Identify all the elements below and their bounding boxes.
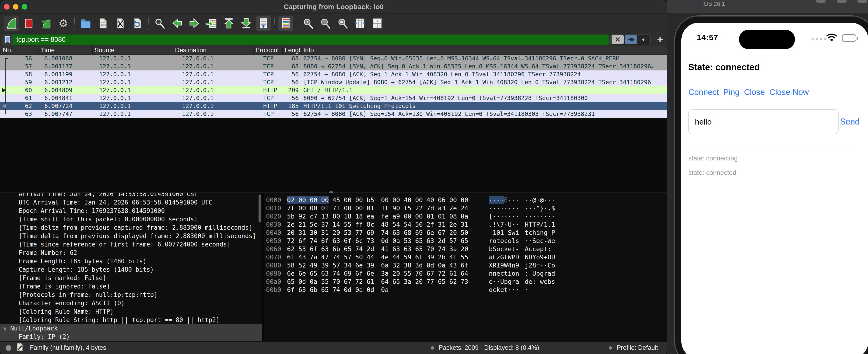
filter-bookmark-icon[interactable] <box>2 34 13 45</box>
simulator-toolbar-button[interactable] <box>837 0 846 3</box>
detail-line[interactable]: Arrival Time: Jan 24, 2026 14:53:58.0145… <box>0 193 262 198</box>
packet-row[interactable]: 586.001199127.0.0.1127.0.0.1TCP5662754 →… <box>0 70 667 78</box>
save-file-button[interactable]: 01011101 <box>95 16 111 31</box>
filter-add-button[interactable]: + <box>657 34 663 45</box>
column-header-protocol[interactable]: Protocol <box>253 46 282 54</box>
hex-row[interactable]: 00302e 21 5c 37 14 55 ff 8c48 54 54 50 2… <box>264 220 667 229</box>
display-filter-input[interactable]: tcp.port == 8080 <box>2 34 609 45</box>
layout-icon: 123 <box>371 17 383 30</box>
column-header-no[interactable]: No. <box>0 46 38 54</box>
reload-file-button[interactable] <box>130 16 145 31</box>
details-scrollbar[interactable] <box>258 194 261 223</box>
send-button[interactable]: Send <box>840 117 860 127</box>
packet-row[interactable]: 636.007747127.0.0.1127.0.0.1TCP5662754 →… <box>0 110 667 118</box>
restart-capture-button[interactable] <box>38 16 54 31</box>
previous-packet-button[interactable] <box>169 16 185 31</box>
detail-line[interactable]: [Coloring Rule String: http || tcp.port … <box>0 316 262 324</box>
zoom-out-button[interactable] <box>318 16 333 31</box>
packet-list-header[interactable]: No.TimeSourceDestinationProtocolLengthIn… <box>0 46 667 55</box>
connect-button[interactable]: Connect <box>688 88 719 97</box>
detail-text: [Frame is ignored: False] <box>0 283 110 290</box>
colorize-button[interactable] <box>278 16 293 31</box>
resize-columns-button[interactable] <box>352 16 368 31</box>
hex-row[interactable]: 00906e 6e 65 63 74 69 6f 6e3a 20 55 70 6… <box>264 269 667 278</box>
detail-line[interactable]: Frame Number: 62 <box>0 249 262 257</box>
zoom-original-button[interactable] <box>335 16 350 31</box>
packet-details-pane[interactable]: Arrival Time: Jan 24, 2026 14:53:58.0145… <box>0 193 264 342</box>
packet-row[interactable]: 626.007724127.0.0.1127.0.0.1HTTP185HTTP/… <box>0 102 667 110</box>
packet-row[interactable]: 606.004809127.0.0.1127.0.0.1HTTP209GET /… <box>0 86 667 94</box>
stop-capture-button[interactable] <box>21 16 36 31</box>
message-input[interactable] <box>688 109 839 134</box>
filter-clear-button[interactable]: ✕ <box>612 35 624 44</box>
packet-bytes-pane[interactable]: 000002 00 00 00 45 00 00 b500 00 40 00 4… <box>264 193 667 342</box>
cell-source: 127.0.0.1 <box>92 110 173 118</box>
status-profile[interactable]: Profile: Default <box>609 344 658 351</box>
detail-line[interactable]: [Time since reference or first frame: 6.… <box>0 240 262 249</box>
cell-source: 127.0.0.1 <box>92 63 173 70</box>
hex-row[interactable]: 006062 53 6f 63 6b 65 74 2d41 63 63 65 7… <box>264 245 667 253</box>
close-now-button[interactable]: Close Now <box>769 88 809 97</box>
hex-row[interactable]: 000002 00 00 00 45 00 00 b500 00 40 00 4… <box>264 196 667 204</box>
start-capture-button[interactable] <box>4 16 19 31</box>
detail-line[interactable]: [Time delta from previous captured frame… <box>0 223 262 232</box>
filter-history-dropdown[interactable]: ▾ <box>637 35 649 44</box>
packet-row[interactable]: 596.001212127.0.0.1127.0.0.1TCP56[TCP Wi… <box>0 78 667 86</box>
simulator-toolbar-button[interactable] <box>858 0 867 3</box>
filter-apply-button[interactable] <box>625 35 637 44</box>
layout-button[interactable]: 123 <box>370 16 385 31</box>
hex-offset: 0050 <box>264 237 287 245</box>
column-header-length[interactable]: Length <box>282 46 301 54</box>
go-to-packet-button[interactable] <box>204 16 219 31</box>
find-packet-button[interactable] <box>152 16 167 31</box>
capture-comment-icon[interactable] <box>16 343 23 353</box>
cell-destination: 127.0.0.1 <box>173 86 253 94</box>
detail-line[interactable]: [Frame is marked: False] <box>0 274 262 282</box>
hex-row[interactable]: 00b06f 63 6b 65 74 0d 0a 0d0aocket···· <box>264 286 667 294</box>
hex-row[interactable]: 008058 52 49 39 57 34 6e 396a 32 38 3d 0… <box>264 261 667 269</box>
column-header-info[interactable]: Info <box>301 46 667 54</box>
column-header-time[interactable]: Time <box>38 46 92 54</box>
hex-row[interactable]: 00107f 00 00 01 7f 00 00 011f 90 f5 22 7… <box>264 204 667 212</box>
capture-options-button[interactable]: ⚙ <box>56 16 71 31</box>
auto-scroll-button[interactable] <box>256 16 271 31</box>
packet-row[interactable]: 616.004841127.0.0.1127.0.0.1TCP568080 → … <box>0 94 667 102</box>
detail-line[interactable]: [Time delta from previous displayed fram… <box>0 232 262 240</box>
detail-line[interactable]: Frame Length: 185 bytes (1480 bits) <box>0 257 262 265</box>
hex-offset: 0040 <box>264 229 287 237</box>
close-file-button[interactable] <box>113 16 128 31</box>
next-packet-button[interactable] <box>187 16 202 31</box>
first-packet-button[interactable] <box>221 16 236 31</box>
log-line: state: connected <box>688 169 738 176</box>
hex-row[interactable]: 007061 43 7a 47 74 57 50 444e 44 59 6f 3… <box>264 253 667 261</box>
close-button[interactable]: Close <box>744 88 765 97</box>
column-header-source[interactable]: Source <box>92 46 173 54</box>
open-file-button[interactable] <box>78 16 93 31</box>
detail-line[interactable]: Family: IP (2) <box>0 332 262 341</box>
detail-line[interactable]: Character encoding: ASCII (0) <box>0 299 262 308</box>
detail-line[interactable]: Capture Length: 185 bytes (1480 bits) <box>0 265 262 274</box>
detail-line[interactable]: UTC Arrival Time: Jan 24, 2026 06:53:58.… <box>0 198 262 206</box>
detail-line[interactable]: ∨Null/Loopback <box>0 324 262 332</box>
hex-row[interactable]: 005072 6f 74 6f 63 6f 6c 730d 0a 53 65 6… <box>264 237 667 245</box>
detail-line[interactable]: [Protocols in frame: null:ip:tcp:http] <box>0 291 262 299</box>
cell-source: 127.0.0.1 <box>92 78 173 86</box>
ping-button[interactable]: Ping <box>723 88 739 97</box>
column-header-destination[interactable]: Destination <box>173 46 253 54</box>
simulator-toolbar-button[interactable] <box>816 0 826 3</box>
hex-row[interactable]: 00205b 92 c7 13 80 18 18 eafe a9 00 00 0… <box>264 212 667 220</box>
packet-row[interactable]: 566.001088127.0.0.1127.0.0.1TCP6862754 →… <box>0 55 667 63</box>
hex-row[interactable]: 00a065 0d 0a 55 70 67 72 6164 65 3a 20 7… <box>264 278 667 286</box>
expert-info-icon[interactable] <box>6 345 11 351</box>
detail-line[interactable]: [Time shift for this packet: 0.000000000… <box>0 215 262 223</box>
expand-chevron-icon[interactable]: ∨ <box>0 325 10 333</box>
detail-line[interactable]: [Coloring Rule Name: HTTP] <box>0 308 262 316</box>
zoom-in-button[interactable] <box>301 16 316 31</box>
hex-row[interactable]: 004020 31 30 31 20 53 77 6974 63 68 69 6… <box>264 229 667 237</box>
last-packet-button[interactable] <box>239 16 254 31</box>
detail-line[interactable]: Epoch Arrival Time: 1769237638.014591000 <box>0 206 262 215</box>
detail-line[interactable]: [Frame is ignored: False] <box>0 282 262 291</box>
hex-offset: 0030 <box>264 220 287 229</box>
packet-row[interactable]: 576.001177127.0.0.1127.0.0.1TCP688080 → … <box>0 63 667 70</box>
restart-capture-icon <box>40 17 52 30</box>
